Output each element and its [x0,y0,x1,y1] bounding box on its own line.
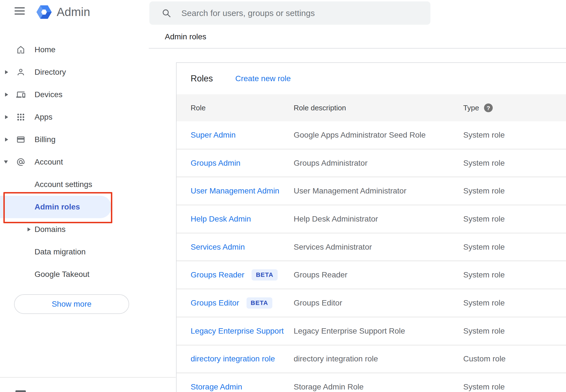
sidebar-item-account[interactable]: Account [0,151,116,173]
table-row: Storage AdminStorage Admin RoleSystem ro… [177,373,566,392]
role-type-cell: System role [463,298,505,307]
devices-icon [16,90,25,99]
sidebar-item-label: Apps [35,113,53,122]
chevron-right-icon[interactable] [5,70,8,74]
apps-grid-icon [16,113,25,122]
role-name-link[interactable]: Super Admin [191,131,236,140]
sidebar-item-label: Billing [35,135,56,144]
role-cell: Help Desk Admin [191,215,251,224]
sidebar-item-devices[interactable]: Devices [0,83,116,106]
sidebar-item-apps[interactable]: Apps [0,106,116,128]
sidebar-item-label: Home [35,45,56,54]
role-type-cell: System role [463,270,505,279]
credit-card-icon [16,135,25,144]
sidebar-item-billing[interactable]: Billing [0,128,116,151]
show-more-label: Show more [52,300,92,309]
table-row: Groups AdminGroups AdministratorSystem r… [177,149,566,177]
sidebar-item-label: Google Takeout [35,270,90,279]
search-placeholder: Search for users, groups or settings [181,8,315,18]
role-description-cell: User Management Administrator [294,186,407,195]
sidebar-item-label: Account [35,158,63,167]
role-name-link[interactable]: Services Admin [191,243,245,252]
role-cell: Services Admin [191,243,245,252]
column-header-type: Type [463,104,479,112]
role-name-link[interactable]: directory integration role [191,354,275,363]
role-description-cell: Legacy Enterprise Support Role [294,327,405,336]
role-description-cell: Groups Editor [294,298,342,307]
role-description-cell: directory integration role [294,354,378,363]
panel-title: Roles [191,74,213,84]
chevron-right-icon[interactable] [28,227,31,231]
role-cell: Groups ReaderBETA [191,269,278,281]
sidebar-item-label: Devices [35,90,63,99]
role-cell: Super Admin [191,131,236,140]
role-cell: Groups Admin [191,159,240,168]
column-header-description: Role description [294,104,346,112]
role-type-cell: System role [463,159,505,168]
role-type-cell: System role [463,382,505,391]
sidebar-bottom-divider [0,377,176,378]
sidebar-item-label: Domains [35,225,65,234]
beta-badge: BETA [247,297,272,309]
clipped-sidebar-icon [15,390,26,392]
chevron-right-icon[interactable] [5,138,8,142]
table-row: Legacy Enterprise SupportLegacy Enterpri… [177,317,566,345]
role-description-cell: Help Desk Administrator [294,215,378,224]
role-description-cell: Google Apps Administrator Seed Role [294,131,426,140]
sidebar-item-directory[interactable]: Directory [0,61,116,83]
role-name-link[interactable]: Help Desk Admin [191,215,251,224]
table-header-row: Role Role description Type ? [177,94,566,121]
column-header-role: Role [191,104,206,112]
show-more-button[interactable]: Show more [14,294,129,314]
table-body: Super AdminGoogle Apps Administrator See… [177,121,566,392]
role-name-link[interactable]: Storage Admin [191,382,242,391]
sidebar-item-label: Account settings [35,180,92,189]
role-name-link[interactable]: Groups Editor [191,298,239,307]
sidebar-item-domains[interactable]: Domains [0,218,116,241]
table-row: Groups EditorBETAGroups EditorSystem rol… [177,289,566,317]
sidebar-item-home[interactable]: Home [0,38,116,61]
table-row: Services AdminServices AdministratorSyst… [177,233,566,261]
beta-badge: BETA [252,269,277,281]
hamburger-icon[interactable] [15,7,25,16]
sidebar-item-admin-roles[interactable]: Admin roles [0,196,116,218]
chevron-down-icon[interactable] [4,161,8,164]
create-new-role-link[interactable]: Create new role [235,74,291,83]
role-cell: Legacy Enterprise Support [191,327,284,336]
role-type-cell: System role [463,327,505,336]
chevron-right-icon[interactable] [5,93,8,97]
role-name-link[interactable]: Legacy Enterprise Support [191,327,284,336]
breadcrumb: Admin roles [165,32,206,41]
role-cell: directory integration role [191,354,275,363]
admin-hexagon-icon [36,4,52,20]
table-row: Help Desk AdminHelp Desk AdministratorSy… [177,205,566,233]
search-input[interactable]: Search for users, groups or settings [149,1,430,25]
role-name-link[interactable]: User Management Admin [191,186,279,195]
table-row: Groups ReaderBETAGroups ReaderSystem rol… [177,261,566,289]
at-sign-icon [16,158,25,167]
chevron-right-icon[interactable] [5,115,8,119]
role-description-cell: Groups Reader [294,270,347,279]
sidebar-item-account-settings[interactable]: Account settings [0,173,116,196]
type-help-icon[interactable]: ? [484,104,493,112]
roles-panel-header: Roles Create new role [177,63,566,94]
role-type-cell: System role [463,186,505,195]
role-cell: Storage Admin [191,382,242,391]
role-name-link[interactable]: Groups Reader [191,270,244,279]
home-icon [16,45,25,54]
role-type-cell: Custom role [463,354,506,363]
sidebar-item-label: Directory [35,68,66,77]
sidebar-item-google-takeout[interactable]: Google Takeout [0,263,116,286]
sidebar-item-label: Admin roles [35,202,80,211]
role-name-link[interactable]: Groups Admin [191,159,240,168]
person-icon [16,68,25,77]
table-row: Super AdminGoogle Apps Administrator See… [177,121,566,149]
role-description-cell: Groups Administrator [294,159,368,168]
role-description-cell: Services Administrator [294,243,372,252]
sidebar-item-label: Data migration [35,247,86,256]
admin-console-screen: Admin Search for users, groups or settin… [0,0,566,392]
table-row: User Management AdminUser Management Adm… [177,177,566,205]
role-type-cell: System role [463,243,505,252]
app-title: Admin [57,4,90,20]
sidebar-item-data-migration[interactable]: Data migration [0,241,116,263]
